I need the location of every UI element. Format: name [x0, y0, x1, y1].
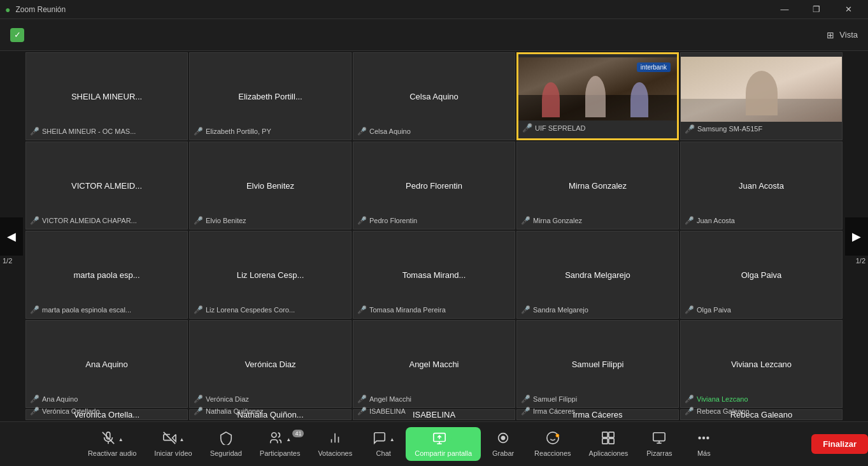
vista-label[interactable]: Vista: [839, 30, 858, 40]
participant-name: Elvio Benitez: [244, 181, 297, 191]
toolbar-share[interactable]: ▲ Compartir pantalla: [406, 427, 481, 461]
participant-name: Samuel Filippi: [569, 360, 627, 369]
mic-icon: 🎤: [194, 407, 203, 416]
video-tile-9: Mirna Gonzalez 🎤 Mirna Gonzalez: [516, 142, 679, 229]
shield-icon: ✓: [10, 28, 24, 42]
prev-page-button[interactable]: ◀: [0, 217, 23, 256]
mic-icon: 🎤: [194, 395, 203, 404]
mic-icon: 🎤: [685, 395, 694, 404]
mic-icon: 🎤: [30, 407, 39, 416]
sub-label: Tomasa Miranda Pereira: [369, 306, 446, 314]
mic-icon: 🎤: [521, 407, 530, 416]
polls-icon: [328, 431, 342, 448]
sub-label: Olga Paiva: [697, 306, 731, 314]
video-tile-10: Juan Acosta 🎤 Juan Acosta: [680, 142, 843, 229]
toolbar-audio[interactable]: ▲ Reactivar audio: [79, 427, 145, 461]
record-label: Grabar: [492, 449, 514, 457]
video-tile-18: Angel Macchi 🎤 Angel Macchi: [353, 320, 515, 408]
mic-icon: 🎤: [521, 305, 530, 314]
participant-name: Irma Cáceres: [570, 410, 625, 419]
toolbar-security[interactable]: Seguridad: [201, 427, 251, 461]
svg-rect-18: [602, 432, 608, 437]
apps-icon-area: [601, 431, 615, 448]
toolbar-participants[interactable]: 41 ▲ Participantes: [251, 427, 309, 461]
video-tile-12: Liz Lorena Cesp... 🎤 Liz Lorena Cespedes…: [189, 231, 352, 319]
reactions-label: Reacciones: [534, 449, 571, 457]
sub-label: marta paola espinola escal...: [42, 306, 131, 314]
audio-label: Reactivar audio: [88, 449, 136, 457]
participants-icon: [269, 431, 283, 448]
svg-rect-20: [602, 439, 608, 444]
sub-label: VICTOR ALMEIDA CHAPAR...: [42, 217, 137, 224]
video-tile-4: interbank 🎤 UIF SEPRELAD: [516, 52, 679, 140]
record-icon-area: [496, 431, 510, 448]
close-button[interactable]: ✕: [834, 0, 863, 19]
mic-icon: 🎤: [685, 216, 694, 225]
mic-icon: 🎤: [30, 216, 39, 225]
video-tile-15: Olga Paiva 🎤 Olga Paiva: [680, 231, 843, 319]
more-icon: [697, 431, 711, 448]
video-tile-3: Celsa Aquino 🎤 Celsa Aquino: [353, 52, 515, 140]
right-page-label: 1/2: [856, 257, 865, 265]
share-label: Compartir pantalla: [415, 449, 472, 457]
svg-rect-19: [609, 432, 614, 437]
toolbar-chat[interactable]: ▲ Chat: [361, 427, 406, 461]
svg-point-26: [703, 437, 705, 439]
svg-point-12: [501, 436, 505, 440]
sub-label: Ana Aquino: [42, 395, 78, 403]
participant-name: Sandra Melgarejo: [562, 270, 633, 280]
audio-icon: [101, 431, 115, 448]
titlebar-controls: — ❐ ✕: [770, 0, 863, 19]
mic-icon: 🎤: [30, 395, 39, 404]
sub-label: Irma Cáceres: [533, 407, 575, 415]
video-tile-24: Irma Cáceres 🎤 Irma Cáceres: [516, 409, 679, 420]
mic-icon: 🎤: [357, 395, 367, 404]
sub-label: Samuel Filippi: [533, 395, 577, 403]
video-tile-22: Nathalia Quiñon... 🎤 Nathalia Quiñonez: [189, 409, 352, 420]
toolbar-whiteboards[interactable]: Pizarras: [637, 427, 681, 461]
maximize-button[interactable]: ❐: [802, 0, 831, 19]
toolbar-video[interactable]: ▲ Iniciar vídeo: [145, 427, 201, 461]
titlebar-title: Zoom Reunión: [15, 5, 66, 14]
whiteboards-icon: [652, 431, 666, 448]
audio-icon-area: ▲: [101, 431, 124, 448]
participants-label: Participantes: [260, 449, 301, 457]
apps-label: Aplicaciones: [589, 449, 629, 457]
mic-icon: 🎤: [194, 305, 203, 314]
video-tile-11: marta paola esp... 🎤 marta paola espinol…: [25, 231, 188, 319]
titlebar-left: ● Zoom Reunión: [5, 4, 66, 15]
toolbar-reactions[interactable]: + Reacciones: [525, 427, 580, 461]
mic-icon: 🎤: [521, 395, 530, 404]
caret-icon: ▲: [450, 437, 455, 442]
mic-icon: 🎤: [194, 216, 203, 225]
toolbar-more[interactable]: Más: [681, 427, 726, 461]
participant-name: SHEILA MINEUR...: [69, 92, 145, 101]
next-page-button[interactable]: ▶: [845, 217, 868, 256]
svg-rect-22: [653, 433, 665, 441]
toolbar-record[interactable]: Grabar: [481, 427, 525, 461]
security-icon-area: [219, 431, 233, 448]
participant-name: VICTOR ALMEID...: [69, 181, 145, 191]
video-grid: SHEILA MINEUR... 🎤 SHEILA MINEUR - OC MA…: [0, 51, 868, 421]
header-right[interactable]: ⊞ Vista: [827, 30, 858, 40]
svg-point-25: [699, 437, 701, 439]
video-tile-19: Samuel Filippi 🎤 Samuel Filippi: [516, 320, 679, 408]
video-tile-6: VICTOR ALMEID... 🎤 VICTOR ALMEIDA CHAPAR…: [25, 142, 188, 229]
minimize-button[interactable]: —: [770, 0, 799, 19]
participant-name: Pedro Florentin: [403, 181, 465, 191]
video-tile-23: ISABELINA 🎤 ISABELINA: [353, 409, 515, 420]
chat-icon-area: ▲: [373, 431, 395, 448]
mic-icon: 🎤: [30, 305, 39, 314]
participant-name: ISABELINA: [410, 410, 458, 419]
security-icon: [219, 431, 233, 448]
mic-icon: 🎤: [357, 407, 367, 416]
mic-icon: 🎤: [357, 305, 367, 314]
video-tile-21: Verónica Ortella... 🎤 Verónica Ortellado: [25, 409, 188, 420]
toolbar-polls[interactable]: Votaciones: [309, 427, 361, 461]
apps-icon: [601, 431, 615, 448]
end-meeting-button[interactable]: Finalizar: [811, 434, 868, 454]
sub-label: Verónica Ortellado: [42, 407, 100, 415]
chat-icon: [373, 431, 387, 448]
toolbar-apps[interactable]: Aplicaciones: [580, 427, 637, 461]
sub-label: Juan Acosta: [697, 217, 735, 224]
